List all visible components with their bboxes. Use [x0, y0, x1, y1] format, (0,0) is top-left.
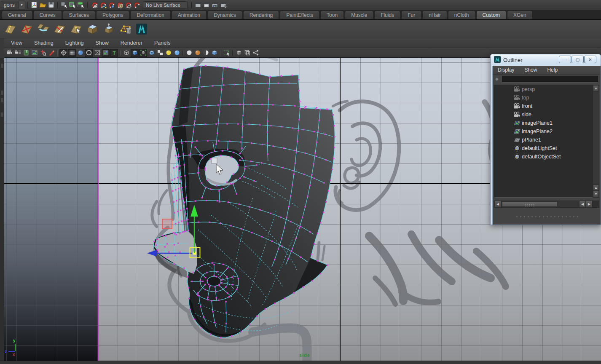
tab-painteffects[interactable]: PaintEffects: [280, 11, 319, 19]
lighting-all-icon[interactable]: [164, 49, 172, 57]
outliner-item-front[interactable]: front: [495, 102, 593, 110]
tab-fur[interactable]: Fur: [401, 11, 421, 19]
grease-pencil-icon[interactable]: [47, 49, 55, 57]
scroll-left-icon[interactable]: ◀: [494, 201, 501, 208]
select-camera-icon[interactable]: [5, 49, 13, 57]
panel-menu-shading[interactable]: Shading: [28, 40, 59, 46]
shade-all-icon[interactable]: [68, 49, 76, 57]
outliner-menu-display[interactable]: Display: [493, 67, 519, 73]
chevron-down-icon[interactable]: ▼: [18, 1, 25, 9]
scroll-up-icon[interactable]: ▲: [593, 185, 599, 191]
filter-icon[interactable]: [494, 76, 500, 82]
insert-edge-loop-icon[interactable]: [3, 21, 18, 37]
outliner-item-side[interactable]: side: [495, 110, 593, 119]
tab-nhair[interactable]: nHair: [422, 11, 447, 19]
render-settings-icon[interactable]: [219, 1, 228, 9]
outliner-vertical-scrollbar[interactable]: ▲ ▲ ▼: [593, 85, 599, 198]
panel-menu-renderer[interactable]: Renderer: [115, 40, 148, 46]
minimize-button[interactable]: —: [559, 56, 571, 63]
outliner-menu-help[interactable]: Help: [542, 67, 563, 73]
scrollbar-thumb[interactable]: [502, 201, 558, 207]
snap-curve-icon[interactable]: [98, 1, 107, 9]
outliner-window[interactable]: Outliner — ▢ ✕ DisplayShowHelp persptopf…: [490, 54, 601, 225]
outliner-horizontal-scrollbar[interactable]: ◀ ◀ ▶: [494, 201, 599, 208]
append-polygon-icon[interactable]: [68, 21, 83, 37]
half-ball-icon[interactable]: [202, 49, 210, 57]
wireframe-icon[interactable]: [59, 49, 67, 57]
live-surface-field[interactable]: No Live Surface: [143, 1, 188, 9]
share-view-icon[interactable]: [252, 49, 260, 57]
new-scene-icon[interactable]: [30, 1, 38, 9]
ipr-render-icon[interactable]: IPR: [211, 1, 219, 9]
shadows-ball-icon[interactable]: [185, 49, 193, 57]
maximize-button[interactable]: ▢: [571, 56, 584, 63]
image-plane-icon[interactable]: [30, 49, 38, 57]
tab-fluids[interactable]: Fluids: [374, 11, 400, 19]
outliner-item-persp[interactable]: persp: [495, 85, 593, 94]
maya-logo-icon[interactable]: [134, 21, 149, 37]
tab-dynamics[interactable]: Dynamics: [207, 11, 242, 19]
snap-point-icon[interactable]: [107, 1, 115, 9]
select-object-icon[interactable]: [68, 1, 77, 9]
tab-toon[interactable]: Toon: [320, 11, 344, 19]
tab-deformation[interactable]: Deformation: [130, 11, 170, 19]
tab-polygons[interactable]: Polygons: [96, 11, 129, 19]
outliner-menu-show[interactable]: Show: [519, 67, 542, 73]
tab-custom[interactable]: Custom: [476, 11, 506, 19]
bookmark-icon[interactable]: [22, 49, 30, 57]
merge-edge-icon[interactable]: [52, 21, 67, 37]
scroll-left-icon[interactable]: ◀: [579, 201, 586, 208]
panel-menu-view[interactable]: View: [4, 40, 28, 46]
panel-menu-panels[interactable]: Panels: [148, 40, 176, 46]
shaded-cube-icon[interactable]: [131, 49, 139, 57]
snap-grid-icon[interactable]: [90, 1, 98, 9]
wire-on-shaded-cube-icon[interactable]: [148, 49, 156, 57]
xray-joints-icon[interactable]: [102, 49, 110, 57]
wire-cube-icon[interactable]: [122, 49, 130, 57]
save-scene-icon[interactable]: [47, 1, 55, 9]
tab-animation[interactable]: Animation: [172, 11, 207, 19]
scroll-up-icon[interactable]: ▲: [593, 85, 599, 91]
outliner-titlebar[interactable]: Outliner — ▢ ✕: [491, 54, 601, 66]
tab-surfaces[interactable]: Surfaces: [63, 11, 95, 19]
scroll-down-icon[interactable]: ▼: [593, 191, 599, 197]
outliner-search-input[interactable]: [502, 76, 598, 83]
marquee-select-icon[interactable]: [223, 49, 231, 57]
select-component-icon[interactable]: [77, 1, 85, 9]
outliner-item-pPlane1[interactable]: pPlane1: [495, 136, 593, 144]
resize-grip[interactable]: [493, 214, 601, 219]
panel-menu-lighting[interactable]: Lighting: [59, 40, 90, 46]
tab-general[interactable]: General: [2, 11, 32, 19]
textured-cube-icon[interactable]: [139, 49, 147, 57]
outliner-item-defaultObjectSet[interactable]: defaultObjectSet: [495, 153, 593, 161]
use-default-material-icon[interactable]: [156, 49, 164, 57]
snap-center-icon[interactable]: [115, 1, 123, 9]
outliner-item-top[interactable]: top: [495, 94, 593, 102]
multisample-cube-icon[interactable]: [210, 49, 218, 57]
occlusion-ball-icon[interactable]: [193, 49, 201, 57]
pan-zoom-icon[interactable]: [39, 49, 47, 57]
camera-attributes-icon[interactable]: [13, 49, 21, 57]
outliner-item-imagePlane2[interactable]: imagePlane2: [495, 127, 593, 136]
outliner-item-imagePlane1[interactable]: imagePlane1: [495, 119, 593, 127]
render-current-frame-icon[interactable]: [202, 1, 211, 9]
tab-muscle[interactable]: Muscle: [345, 11, 373, 19]
snap-plane-icon[interactable]: [123, 1, 132, 9]
bridge-icon[interactable]: [35, 21, 51, 37]
view-stack-icon[interactable]: [243, 49, 251, 57]
make-live-icon[interactable]: [132, 1, 140, 9]
tab-xgen[interactable]: XGen: [507, 11, 533, 19]
bounding-box-icon[interactable]: [93, 49, 101, 57]
menu-set-dropdown[interactable]: gons ▼: [1, 1, 25, 9]
tab-curves[interactable]: Curves: [33, 11, 62, 19]
texture-view-icon[interactable]: T: [110, 49, 118, 57]
delete-component-icon[interactable]: [118, 21, 133, 37]
panel-menu-show[interactable]: Show: [90, 40, 115, 46]
isolate-select-icon[interactable]: [235, 49, 243, 57]
close-button[interactable]: ✕: [584, 56, 596, 63]
tab-rendering[interactable]: Rendering: [243, 11, 279, 19]
scroll-right-icon[interactable]: ▶: [586, 201, 593, 208]
extrude-icon[interactable]: [101, 21, 116, 37]
smooth-shade-icon[interactable]: [76, 49, 84, 57]
split-polygon-icon[interactable]: [19, 21, 34, 37]
